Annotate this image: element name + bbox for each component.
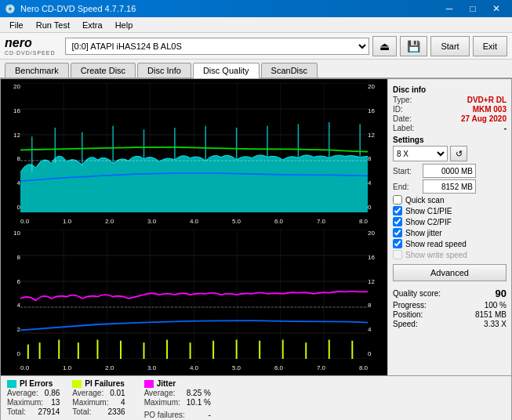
- pi-failures-total-value: 2336: [107, 407, 125, 416]
- chart2: 10 8 6 4 2 0 20 16 12 8 4 0: [3, 228, 385, 373]
- show-read-speed-label: Show read speed: [405, 240, 467, 248]
- chart2-svg: [20, 230, 368, 359]
- title-bar: 💿 Nero CD-DVD Speed 4.7.7.16 ─ □ ✕: [0, 0, 512, 17]
- disc-label-label: Label:: [393, 124, 414, 132]
- pi-errors-max-value: 13: [51, 398, 60, 407]
- show-c2pif-checkbox[interactable]: [393, 217, 402, 226]
- position-label: Position:: [393, 310, 423, 319]
- speed-select[interactable]: 8 X: [393, 146, 448, 161]
- pi-failures-total-label: Total:: [72, 407, 91, 416]
- show-c1pie-row: Show C1/PIE: [393, 206, 507, 215]
- disc-id-value: MKM 003: [473, 105, 507, 114]
- close-button[interactable]: ✕: [485, 2, 507, 16]
- pi-errors-color: [7, 380, 16, 388]
- pi-errors-avg-label: Average:: [7, 389, 38, 397]
- quick-scan-label: Quick scan: [405, 196, 444, 205]
- pi-errors-header: PI Errors: [7, 379, 60, 388]
- tab-scan-disc[interactable]: ScanDisc: [261, 63, 318, 78]
- start-input[interactable]: [423, 164, 476, 178]
- title-bar-text: Nero CD-DVD Speed 4.7.7.16: [20, 4, 136, 13]
- start-mb-row: Start:: [393, 164, 507, 178]
- tab-disc-quality[interactable]: Disc Quality: [193, 63, 260, 78]
- show-write-speed-checkbox[interactable]: [393, 250, 402, 259]
- tab-create-disc[interactable]: Create Disc: [71, 63, 136, 78]
- pi-errors-label: PI Errors: [20, 379, 53, 388]
- stats-bar: PI Errors Average: 0.86 Maximum: 13 Tota…: [0, 376, 512, 420]
- save-button[interactable]: 💾: [400, 36, 427, 56]
- chart1-y-right: 20 16 12 8 4 0: [368, 81, 385, 212]
- advanced-button[interactable]: Advanced: [393, 264, 507, 281]
- pi-failures-max-value: 4: [121, 398, 125, 407]
- chart1: 20 16 12 8 4 0 20 16 12 8 4 0: [3, 81, 385, 226]
- title-bar-left: 💿 Nero CD-DVD Speed 4.7.7.16: [5, 4, 136, 14]
- jitter-group: Jitter Average: 8.25 % Maximum: 10.1 % P…: [144, 379, 211, 419]
- disc-date-label: Date:: [393, 114, 412, 123]
- jitter-header: Jitter: [144, 379, 211, 388]
- jitter-avg: Average: 8.25 %: [144, 389, 211, 397]
- chart2-plot: [20, 230, 368, 359]
- disc-type-row: Type: DVD+R DL: [393, 96, 507, 104]
- pi-failures-header: PI Failures: [72, 379, 125, 388]
- tab-benchmark[interactable]: Benchmark: [5, 63, 69, 78]
- pi-errors-max: Maximum: 13: [7, 398, 60, 407]
- disc-id-label: ID:: [393, 105, 403, 114]
- show-jitter-checkbox[interactable]: [393, 228, 402, 237]
- pi-failures-group: PI Failures Average: 0.01 Maximum: 4 Tot…: [72, 379, 125, 419]
- disc-info-title: Disc info: [393, 85, 507, 94]
- pi-failures-avg-value: 0.01: [110, 389, 125, 397]
- disc-label-row: Label: -: [393, 124, 507, 132]
- logo-sub: CD·DVD/SPEED: [5, 50, 56, 56]
- start-button[interactable]: Start: [430, 36, 469, 56]
- quick-scan-checkbox[interactable]: [393, 195, 402, 205]
- jitter-label: Jitter: [157, 379, 176, 388]
- drive-select[interactable]: [0:0] ATAPI iHAS124 B AL0S: [65, 38, 370, 55]
- exit-button[interactable]: Exit: [473, 36, 507, 56]
- menu-file[interactable]: File: [3, 19, 30, 31]
- start-label: Start:: [393, 167, 419, 176]
- speed-row: 8 X ↺: [393, 146, 507, 161]
- menu-run-test[interactable]: Run Test: [30, 19, 76, 31]
- show-read-speed-checkbox[interactable]: [393, 239, 402, 248]
- pi-failures-avg-label: Average:: [72, 389, 103, 397]
- disc-date-value: 27 Aug 2020: [461, 114, 507, 123]
- show-c2pif-label: Show C2/PIF: [405, 218, 452, 226]
- minimize-button[interactable]: ─: [438, 2, 460, 16]
- jitter-max-label: Maximum:: [144, 398, 180, 407]
- quality-label: Quality score:: [393, 289, 441, 298]
- info-panel: Disc info Type: DVD+R DL ID: MKM 003 Dat…: [387, 79, 511, 375]
- main-content: 20 16 12 8 4 0 20 16 12 8 4 0: [0, 78, 512, 376]
- end-mb-row: End:: [393, 179, 507, 194]
- tab-disc-info[interactable]: Disc Info: [137, 63, 191, 78]
- maximize-button[interactable]: □: [462, 2, 484, 16]
- disc-label-value: -: [504, 124, 507, 132]
- title-bar-icon: 💿: [5, 4, 16, 14]
- jitter-avg-label: Average:: [144, 389, 176, 397]
- menu-extra[interactable]: Extra: [76, 19, 109, 31]
- jitter-max-value: 10.1 %: [187, 398, 211, 407]
- disc-date-row: Date: 27 Aug 2020: [393, 114, 507, 123]
- chart1-y-left: 20 16 12 8 4 0: [3, 81, 20, 212]
- jitter-avg-value: 8.25 %: [187, 389, 211, 397]
- po-failures-row: PO failures: -: [144, 411, 211, 419]
- quality-row: Quality score: 90: [393, 288, 507, 299]
- end-input[interactable]: [423, 179, 476, 194]
- show-c1pie-label: Show C1/PIE: [405, 207, 452, 215]
- menu-bar: File Run Test Extra Help: [0, 17, 512, 33]
- show-c1pie-checkbox[interactable]: [393, 206, 402, 215]
- pi-errors-total-value: 27914: [38, 407, 60, 416]
- logo: nero CD·DVD/SPEED: [5, 36, 56, 56]
- eject-button[interactable]: ⏏: [372, 36, 397, 56]
- show-write-speed-label: Show write speed: [405, 251, 467, 259]
- speed-item: Speed: 3.33 X: [393, 320, 507, 328]
- end-label: End:: [393, 183, 419, 191]
- pi-errors-avg: Average: 0.86: [7, 389, 60, 397]
- refresh-button[interactable]: ↺: [450, 146, 467, 161]
- chart1-x-axis: 0.0 1.0 2.0 3.0 4.0 5.0 6.0 7.0 8.0: [20, 218, 368, 225]
- show-write-speed-row: Show write speed: [393, 250, 507, 259]
- menu-help[interactable]: Help: [109, 19, 140, 31]
- position-item: Position: 8151 MB: [393, 310, 507, 319]
- po-failures-value: -: [209, 411, 211, 419]
- progress-item: Progress: 100 %: [393, 301, 507, 310]
- quality-value: 90: [496, 288, 507, 299]
- show-jitter-label: Show jitter: [405, 229, 442, 237]
